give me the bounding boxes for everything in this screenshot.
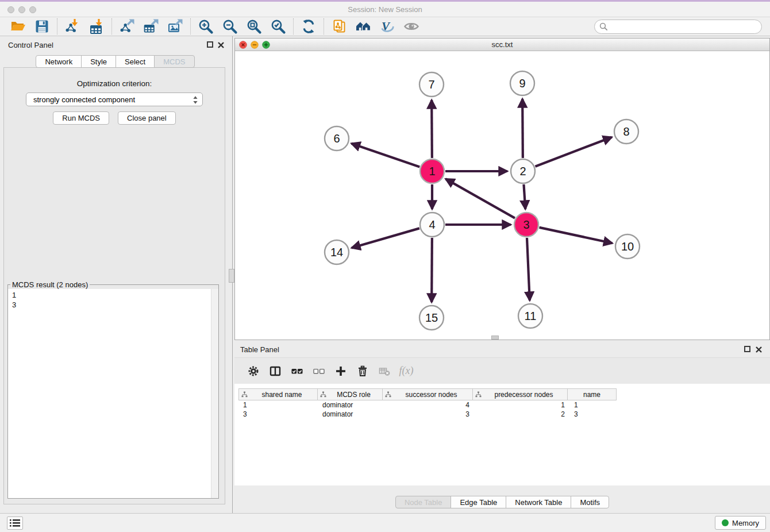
table-row[interactable]: 1dominator411 [238,400,619,410]
refresh-view-icon[interactable] [297,18,321,35]
graph-node-1[interactable]: 1 [420,159,444,183]
column-hierarchy-icon [475,391,482,398]
zoom-in-icon[interactable] [194,18,218,35]
column-header-label: predecessor nodes [483,391,565,399]
graph-edge-4-14[interactable] [352,228,419,248]
graph-edge-1-6[interactable] [352,144,420,167]
close-table-panel-icon[interactable] [755,345,763,353]
add-row-icon[interactable] [330,361,352,381]
column-header-name[interactable]: name [567,388,617,400]
result-scrollbar[interactable] [211,289,218,498]
graph-node-8[interactable]: 8 [614,119,638,144]
column-header-successor-nodes[interactable]: successor nodes [382,388,473,400]
graph-node-9[interactable]: 9 [510,71,534,95]
export-table-icon[interactable] [139,18,163,35]
zoom-out-icon[interactable] [218,18,242,35]
export-network-icon[interactable] [115,18,139,35]
table-cell[interactable]: 4 [383,400,474,410]
table-cell[interactable]: 3 [238,410,318,419]
network-canvas[interactable]: 1234678910111415 [235,51,769,340]
task-history-button[interactable] [7,516,23,530]
float-table-panel-icon[interactable] [744,346,750,352]
tab-style[interactable]: Style [81,55,116,68]
table-cell[interactable]: 1 [474,400,569,410]
hide-panel-icon[interactable] [399,18,424,35]
tab-motifs[interactable]: Motifs [571,496,609,508]
close-panel-icon[interactable] [217,41,225,48]
table-rows: 1dominator4113dominator323 [238,400,619,419]
svg-text:15: 15 [425,311,438,324]
tab-network-table[interactable]: Network Table [506,496,571,508]
float-panel-icon[interactable] [207,41,213,48]
memory-button-label: Memory [732,519,759,527]
tab-node-table[interactable]: Node Table [395,496,452,508]
table-cell[interactable]: dominator [318,410,383,419]
graph-node-11[interactable]: 11 [518,304,542,328]
tab-select[interactable]: Select [116,55,155,68]
horizontal-splitter-grip[interactable] [491,336,499,340]
clone-network-icon[interactable] [327,18,351,35]
control-panel-tabs: NetworkStyleSelectMCDS [0,55,230,68]
svg-text:2: 2 [519,165,526,178]
tab-mcds[interactable]: MCDS [154,55,194,68]
columns-view-icon[interactable] [264,361,286,381]
memory-button[interactable]: Memory [715,516,766,530]
control-panel-header: Control Panel [0,36,230,53]
run-mcds-button[interactable]: Run MCDS [53,111,109,125]
table-cell[interactable]: 1 [569,400,619,410]
import-network-icon[interactable] [60,18,84,35]
import-table-icon[interactable] [84,18,109,35]
save-session-icon[interactable] [30,18,54,35]
graph-node-6[interactable]: 6 [325,126,349,151]
network-window-title: scc.txt [235,40,769,49]
graph-edge-2-8[interactable] [535,137,611,167]
column-header-predecessor-nodes[interactable]: predecessor nodes [472,388,568,400]
zoom-fit-icon[interactable] [242,18,266,35]
table-cell[interactable]: 3 [383,410,474,419]
mcds-result-view: 1 3 [8,289,218,498]
vizmapper-icon[interactable]: V [375,18,399,35]
graph-node-10[interactable]: 10 [615,234,640,259]
criterion-dropdown[interactable]: strongly connected component [26,92,203,106]
graph-edge-3-11[interactable] [527,238,530,300]
table-row[interactable]: 3dominator323 [238,410,619,419]
graph-edge-2-9[interactable] [522,99,523,158]
svg-text:1: 1 [429,165,435,178]
graph-node-15[interactable]: 15 [419,306,444,330]
table-settings-icon[interactable] [242,361,264,381]
table-cell[interactable]: 1 [238,400,318,410]
svg-text:7: 7 [428,78,434,91]
column-header-MCDS-role[interactable]: MCDS role [317,388,383,400]
open-session-icon[interactable] [6,18,30,35]
graph-node-7[interactable]: 7 [419,72,444,97]
select-all-checkboxes-icon[interactable] [286,361,308,381]
column-header-shared-name[interactable]: shared name [238,388,318,400]
graph-node-14[interactable]: 14 [325,240,349,264]
svg-text:9: 9 [519,77,525,90]
graph-node-4[interactable]: 4 [420,213,444,237]
toolbar-separator [293,18,294,34]
tab-edge-table[interactable]: Edge Table [451,496,506,508]
graph-edge-2-3[interactable] [523,184,525,209]
table-cell[interactable]: 2 [474,410,569,419]
graph-node-2[interactable]: 2 [511,159,535,183]
table-cell[interactable]: 3 [569,410,619,419]
network-window-titlebar[interactable]: scc.txt [235,38,769,51]
graph-edge-4-15[interactable] [432,238,432,302]
export-image-icon[interactable] [163,18,187,35]
tab-network[interactable]: Network [36,55,82,68]
application-window: Session: New Session V Control Panel Net… [0,0,770,532]
search-input[interactable] [594,20,762,34]
session-home-icon[interactable] [351,18,375,35]
zoom-selected-icon[interactable] [266,18,290,35]
panel-divider-grip[interactable] [229,269,234,283]
table-cell[interactable]: dominator [318,400,383,410]
dropdown-stepper-icon [192,95,198,106]
deselect-all-checkboxes-icon[interactable] [308,361,330,381]
graph-node-3[interactable]: 3 [514,213,538,237]
graph-edge-3-10[interactable] [539,228,612,243]
close-panel-button[interactable]: Close panel [118,111,176,125]
graph-edge-1-7[interactable] [432,100,432,158]
graph-edge-3-1[interactable] [445,179,515,218]
delete-rows-icon[interactable] [352,361,374,381]
